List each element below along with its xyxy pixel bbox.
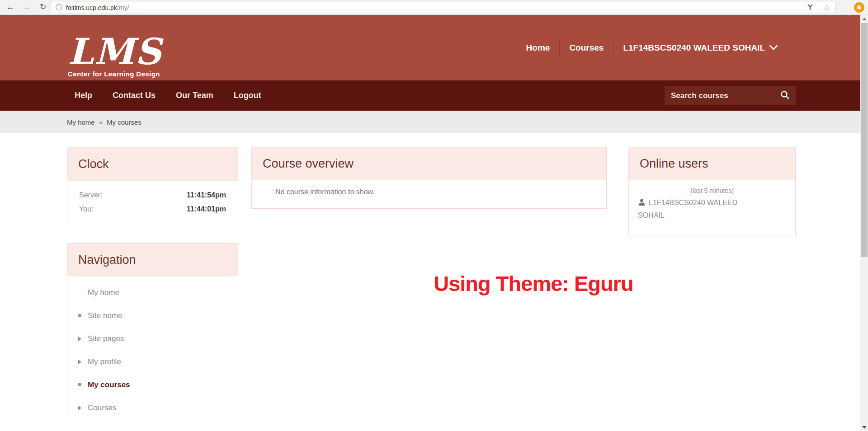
nav-item-site-home[interactable]: Site home <box>78 304 238 327</box>
subnav-help[interactable]: Help <box>75 91 92 100</box>
top-nav-courses[interactable]: Courses <box>559 41 613 55</box>
clock-row-you: You: 11:44:01pm <box>79 205 226 213</box>
breadcrumb-my-courses[interactable]: My courses <box>107 118 142 126</box>
theme-annotation: Using Theme: Eguru <box>389 271 678 296</box>
user-silhouette-icon <box>638 198 646 210</box>
online-users-subtitle: (last 5 minutes) <box>629 187 795 194</box>
url-path: /my/ <box>117 4 129 11</box>
navigation-block-header: Navigation <box>67 244 238 276</box>
nav-item-site-pages[interactable]: Site pages <box>78 327 238 350</box>
search-icon <box>780 94 789 101</box>
lms-logo-text: LMS <box>68 33 162 70</box>
online-users-header: Online users <box>629 147 795 180</box>
nav-item-my-home[interactable]: My home <box>78 281 238 304</box>
top-nav: Home Courses L1F14BSCS0240 WALEED SOHAIL <box>517 15 787 80</box>
triangle-expand-icon[interactable] <box>78 406 83 410</box>
clock-server-label: Server: <box>79 191 103 199</box>
course-overview-empty-message: No course information to show. <box>252 180 606 196</box>
course-overview-block: Course overview No course information to… <box>251 147 607 209</box>
online-users-title: Online users <box>640 157 708 171</box>
triangle-expand-icon[interactable] <box>78 337 83 341</box>
clock-block-header: Clock <box>67 147 238 181</box>
clock-you-label: You: <box>79 205 93 213</box>
url-text[interactable]: foitlms.ucp.edu.pk/my/ <box>66 4 129 11</box>
online-users-block: Online users (last 5 minutes) L1F14BSCS0… <box>628 147 796 235</box>
subnav-our-team[interactable]: Our Team <box>176 91 213 100</box>
bookmark-star-icon[interactable]: ☆ <box>823 4 830 12</box>
square-bullet-icon <box>78 314 83 317</box>
scrollbar-down-icon[interactable] <box>862 426 867 429</box>
secondary-nav: Help Contact Us Our Team Logout <box>0 80 860 111</box>
page-info-icon[interactable]: ⓘ <box>56 3 62 12</box>
user-menu-label: L1F14BSCS0240 WALEED SOHAIL <box>623 43 765 53</box>
browser-reload-icon[interactable]: ↻ <box>36 0 50 15</box>
breadcrumb: My home » My courses <box>0 111 860 133</box>
subnav-contact-us[interactable]: Contact Us <box>113 91 156 100</box>
online-user-link[interactable]: L1F14BSCS0240 WALEED SOHAIL <box>629 197 751 222</box>
breadcrumb-separator: » <box>99 118 103 126</box>
browser-extension-icon[interactable] <box>854 2 864 13</box>
online-user-name: L1F14BSCS0240 WALEED SOHAIL <box>638 199 737 219</box>
url-domain: foitlms.ucp.edu.pk <box>66 4 117 11</box>
browser-back-icon[interactable]: ← <box>4 0 17 15</box>
user-menu[interactable]: L1F14BSCS0240 WALEED SOHAIL <box>613 41 787 55</box>
navigation-list: My home Site home Site pages My profile … <box>67 276 238 419</box>
browser-toolbar: ← → ↻ ⓘ foitlms.ucp.edu.pk/my/ ☆ <box>0 0 868 15</box>
page-scrollbar[interactable] <box>860 15 868 431</box>
scrollbar-up-icon[interactable] <box>862 18 867 20</box>
search-courses-input[interactable] <box>671 91 777 100</box>
search-button[interactable] <box>780 90 789 101</box>
navigation-title: Navigation <box>78 253 136 267</box>
clock-you-value: 11:44:01pm <box>187 205 226 213</box>
nav-item-my-profile[interactable]: My profile <box>78 350 238 373</box>
triangle-expand-icon[interactable] <box>78 360 83 364</box>
lms-logo-subtitle: Center for Learning Design <box>68 70 162 78</box>
clock-row-server: Server: 11:41:54pm <box>79 191 226 199</box>
top-nav-home[interactable]: Home <box>517 41 560 55</box>
nav-item-my-courses[interactable]: My courses <box>78 373 238 396</box>
lms-logo[interactable]: LMS Center for Learning Design <box>68 33 162 78</box>
browser-forward-icon[interactable]: → <box>20 0 33 15</box>
search-courses-box[interactable] <box>665 86 796 105</box>
navigation-block: Navigation My home Site home Site pages … <box>67 243 238 420</box>
clock-title: Clock <box>78 157 109 171</box>
course-overview-title: Course overview <box>263 157 354 171</box>
breadcrumb-my-home[interactable]: My home <box>67 118 95 126</box>
address-bar[interactable]: ⓘ foitlms.ucp.edu.pk/my/ ☆ <box>51 2 835 13</box>
plugin-icon[interactable] <box>807 4 813 11</box>
clock-server-value: 11:41:54pm <box>187 191 226 199</box>
scrollbar-thumb[interactable] <box>861 23 868 257</box>
course-overview-header: Course overview <box>252 147 606 180</box>
chevron-down-icon <box>769 45 778 50</box>
subnav-logout[interactable]: Logout <box>234 91 261 100</box>
square-bullet-icon <box>78 383 83 386</box>
site-header: LMS Center for Learning Design Home Cour… <box>0 15 860 80</box>
nav-item-courses[interactable]: Courses <box>78 396 238 419</box>
clock-block: Clock Server: 11:41:54pm You: 11:44:01pm <box>67 147 238 228</box>
